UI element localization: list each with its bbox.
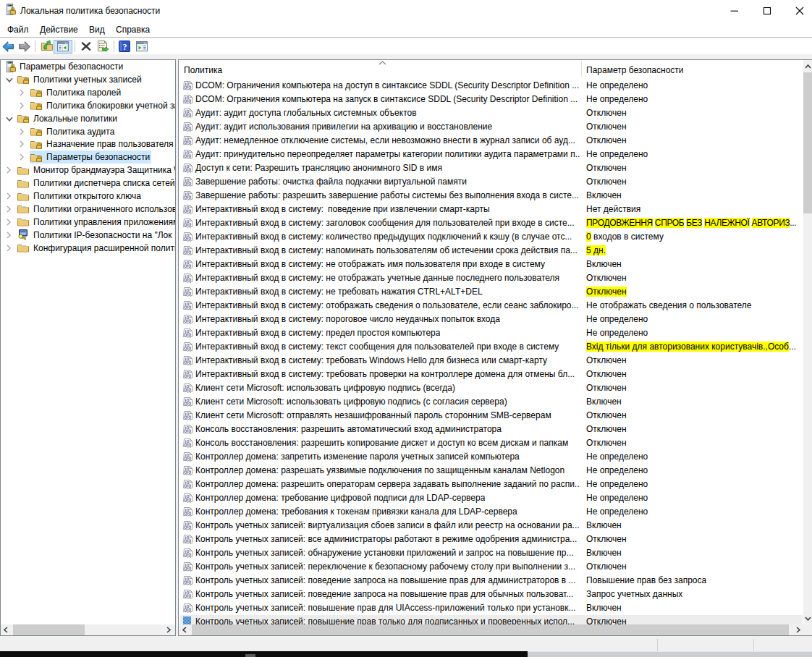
- svg-text:?: ?: [123, 42, 127, 52]
